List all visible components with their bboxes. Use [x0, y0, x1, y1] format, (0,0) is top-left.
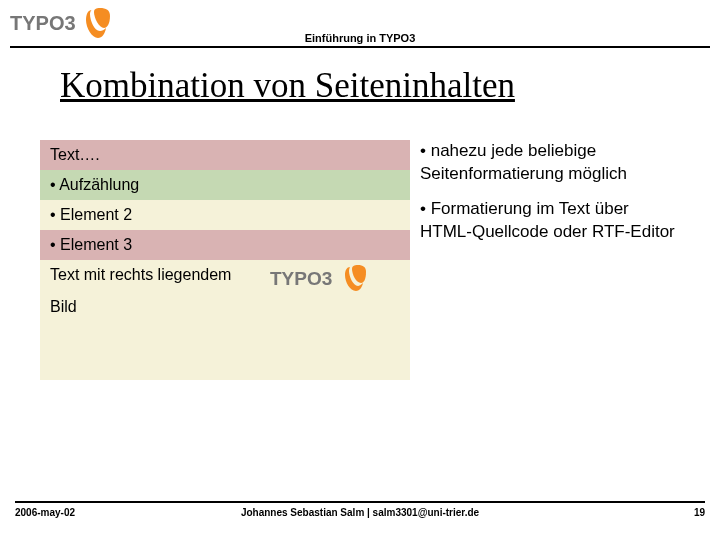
typo3-inline-logo: TYPO3: [270, 263, 380, 299]
right-column: • nahezu jede beliebige Seitenformatieru…: [420, 140, 680, 380]
content-area: Text…. • Aufzählung • Element 2 • Elemen…: [40, 140, 680, 380]
bullet-formatting: • nahezu jede beliebige Seitenformatieru…: [420, 140, 680, 186]
example-row-text: Text….: [40, 140, 410, 170]
svg-text:TYPO3: TYPO3: [270, 268, 332, 289]
header: TYPO3 Einführung in TYPO3: [10, 6, 710, 48]
bullet-html-rtf: • Formatierung im Text über HTML-Quellco…: [420, 198, 680, 244]
svg-text:TYPO3: TYPO3: [10, 12, 76, 34]
header-subtitle: Einführung in TYPO3: [10, 32, 710, 44]
footer-date: 2006-may-02: [15, 507, 75, 518]
left-column: Text…. • Aufzählung • Element 2 • Elemen…: [40, 140, 410, 380]
footer-author: Johannes Sebastian Salm | salm3301@uni-t…: [15, 507, 705, 518]
slide-title: Kombination von Seiteninhalten: [60, 66, 680, 106]
footer: Johannes Sebastian Salm | salm3301@uni-t…: [15, 501, 705, 518]
example-row-bullet1: • Aufzählung: [40, 170, 410, 200]
example-row-bullet2: • Element 2: [40, 200, 410, 230]
example-row-bullet3: • Element 3: [40, 230, 410, 260]
slide: TYPO3 Einführung in TYPO3 Kombination vo…: [0, 0, 720, 540]
example-block-textimage: Text mit rechts liegendem Bild TYPO3: [40, 260, 410, 380]
block-line2: Bild: [50, 298, 400, 316]
footer-page-number: 19: [694, 507, 705, 518]
